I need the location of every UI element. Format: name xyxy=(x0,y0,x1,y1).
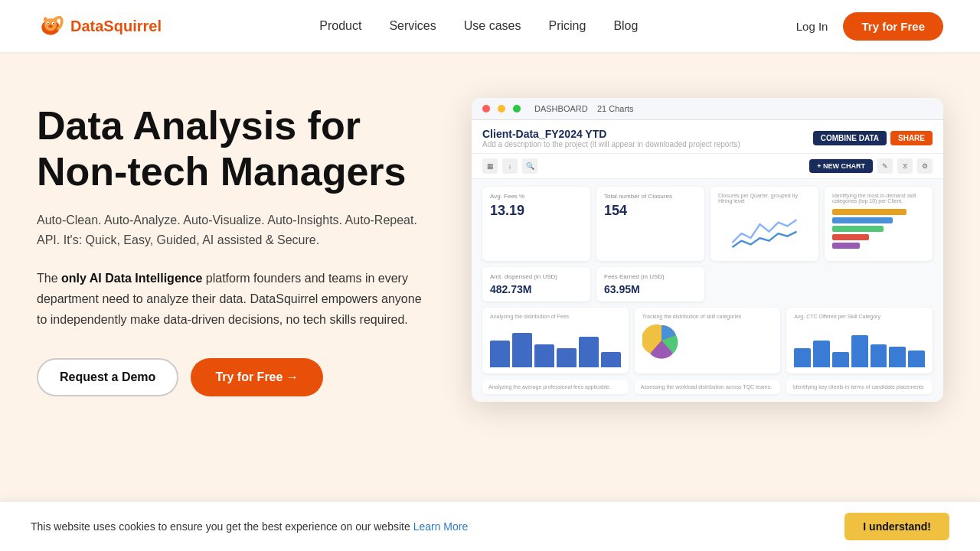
svg-point-4 xyxy=(47,23,49,24)
cookie-banner: This website uses cookies to ensure you … xyxy=(0,501,980,551)
db-title-bar: Client-Data_FY2024 YTD Add a description… xyxy=(472,120,943,154)
window-dot-close xyxy=(482,105,490,112)
bar-5 xyxy=(579,337,599,367)
db-chart-skills-label: Identifying the most in-demand skill cat… xyxy=(832,193,925,204)
db-stat-amt-label: Amt. dispensed (in USD) xyxy=(490,273,583,280)
window-dot-minimize xyxy=(498,105,505,112)
nav-try-free-button[interactable]: Try for Free xyxy=(843,12,943,41)
hbar-2 xyxy=(832,217,893,223)
db-bottom-2: Assessing the workload distribution acro… xyxy=(635,380,781,394)
db-window-header: DASHBOARD 21 Charts xyxy=(472,98,943,120)
closures-line-svg xyxy=(718,206,811,252)
db-fees-dist-label: Analyzing the distribution of Fees xyxy=(490,314,621,319)
db-chart-skill-dist: Tracking the distribution of skill categ… xyxy=(635,308,781,373)
hbar-4 xyxy=(832,234,869,240)
db-bottom-3: Identifying key clients in terms of cand… xyxy=(786,380,933,394)
nav-item-blog[interactable]: Blog xyxy=(613,19,638,32)
nav-item-product[interactable]: Product xyxy=(319,19,361,32)
ctc-bar-7 xyxy=(908,350,925,368)
db-ctc-label: Avg. CTC Offered per Skill Category xyxy=(794,314,925,319)
db-stats-row: Avg. Fees % 13.19 Total number of Closur… xyxy=(482,187,933,261)
db-chart-fees-dist: Analyzing the distribution of Fees xyxy=(482,308,629,373)
bar-6 xyxy=(601,352,621,367)
new-chart-btn[interactable]: + NEW CHART xyxy=(809,159,873,173)
bar-3 xyxy=(534,344,554,367)
db-empty-span xyxy=(710,267,933,302)
db-toolbar-icon-3[interactable]: 🔍 xyxy=(522,158,537,174)
squirrel-icon xyxy=(37,12,64,40)
dashboard-preview: DASHBOARD 21 Charts Client-Data_FY2024 Y… xyxy=(472,98,943,402)
db-chart-closures-quarter: Closures per Quarter, grouped by Hiring … xyxy=(710,187,818,261)
db-toolbar-icon-settings[interactable]: ⚙ xyxy=(917,158,933,174)
ctc-bar-4 xyxy=(851,335,868,368)
bar-2 xyxy=(512,333,532,367)
nav-item-use-cases[interactable]: Use cases xyxy=(464,19,521,32)
combine-data-btn[interactable]: COMBINE DATA xyxy=(813,131,887,145)
db-toolbar: ▦ ↓ 🔍 + NEW CHART ✎ ⧖ ⚙ xyxy=(472,154,943,179)
db-toolbar-icon-2[interactable]: ↓ xyxy=(502,158,518,174)
db-hbar xyxy=(832,206,925,252)
nav-links: Product Services Use cases Pricing Blog xyxy=(319,19,638,33)
db-bar-chart xyxy=(490,321,621,367)
logo[interactable]: DataSquirrel xyxy=(37,12,162,40)
hbar-1 xyxy=(832,209,906,215)
db-stat-fees-label: Avg. Fees % xyxy=(490,193,583,200)
try-free-button[interactable]: Try for Free → xyxy=(191,358,322,396)
db-chart-closures-label: Closures per Quarter, grouped by Hiring … xyxy=(718,193,811,204)
navbar: DataSquirrel Product Services Use cases … xyxy=(0,0,980,52)
db-breadcrumb: DASHBOARD 21 Charts xyxy=(534,104,634,113)
hero-title: Data Analysis for Non-tech Managers xyxy=(37,103,435,195)
db-chart-skills: Identifying the most in-demand skill cat… xyxy=(825,187,933,261)
db-stat-fees-earned-label: Fees Earned (in USD) xyxy=(604,273,697,280)
hero-description: The only AI Data Intelligence platform f… xyxy=(37,268,435,331)
ctc-bar-3 xyxy=(832,352,849,367)
hero-section: Data Analysis for Non-tech Managers Auto… xyxy=(0,52,980,432)
bar-1 xyxy=(490,341,510,367)
db-bottom-1: Analyzing the average professional fees … xyxy=(482,380,629,394)
db-stat-amt-value: 482.73M xyxy=(490,283,583,295)
request-demo-button[interactable]: Request a Demo xyxy=(37,358,178,396)
db-charts-row: Analyzing the distribution of Fees Track… xyxy=(482,308,933,373)
db-project-title: Client-Data_FY2024 YTD xyxy=(482,128,740,140)
cookie-learn-more[interactable]: Learn More xyxy=(413,520,469,533)
ctc-bar-6 xyxy=(889,347,906,368)
logo-text: DataSquirrel xyxy=(70,18,162,35)
db-stat-closures-value: 154 xyxy=(604,203,697,219)
cookie-accept-button[interactable]: I understand! xyxy=(844,513,949,540)
nav-item-services[interactable]: Services xyxy=(389,19,436,32)
hero-subtitle: Auto-Clean. Auto-Analyze. Auto-Visualize… xyxy=(37,210,435,249)
db-stat-amt: Amt. dispensed (in USD) 482.73M xyxy=(482,267,590,302)
hbar-3 xyxy=(832,226,884,232)
db-content: Avg. Fees % 13.19 Total number of Closur… xyxy=(472,179,943,402)
db-ctc-bars xyxy=(794,321,925,367)
db-chart-ctc: Avg. CTC Offered per Skill Category xyxy=(786,308,933,373)
db-stat-fees-earned-value: 63.95M xyxy=(604,283,697,295)
svg-point-5 xyxy=(53,23,54,24)
db-stats-row-2: Amt. dispensed (in USD) 482.73M Fees Ear… xyxy=(482,267,933,302)
db-toolbar-icon-1[interactable]: ▦ xyxy=(482,158,498,174)
db-stat-fees-value: 13.19 xyxy=(490,203,583,219)
db-toolbar-icon-edit[interactable]: ✎ xyxy=(877,158,893,174)
login-link[interactable]: Log In xyxy=(796,20,828,33)
db-stat-closures-label: Total number of Closures xyxy=(604,193,697,200)
skill-pie-svg xyxy=(642,321,681,360)
hero-text: Data Analysis for Non-tech Managers Auto… xyxy=(37,103,435,396)
window-dot-maximize xyxy=(513,105,521,112)
nav-item-pricing[interactable]: Pricing xyxy=(548,19,586,32)
cookie-text: This website uses cookies to ensure you … xyxy=(31,520,468,533)
db-bottom-row: Analyzing the average professional fees … xyxy=(482,380,933,394)
hbar-5 xyxy=(832,243,860,249)
db-project-sub: Add a description to the project (it wil… xyxy=(482,140,740,148)
db-stat-fees-earned: Fees Earned (in USD) 63.95M xyxy=(596,267,704,302)
db-skill-dist-label: Tracking the distribution of skill categ… xyxy=(642,314,773,319)
hero-buttons: Request a Demo Try for Free → xyxy=(37,358,435,396)
ctc-bar-1 xyxy=(794,348,811,367)
db-stat-closures: Total number of Closures 154 xyxy=(596,187,704,261)
nav-actions: Log In Try for Free xyxy=(796,12,943,41)
ctc-bar-5 xyxy=(871,344,887,367)
share-btn[interactable]: SHARE xyxy=(890,131,933,145)
db-stat-fees: Avg. Fees % 13.19 xyxy=(482,187,590,261)
db-toolbar-icon-filter[interactable]: ⧖ xyxy=(897,158,913,174)
ctc-bar-2 xyxy=(813,341,830,367)
bar-4 xyxy=(557,348,577,367)
